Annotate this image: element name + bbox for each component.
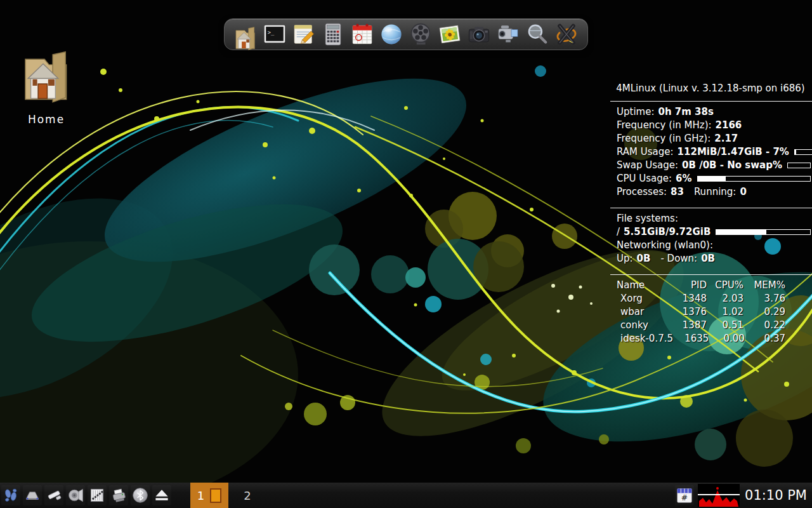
keyboard-layout-button[interactable]: # xyxy=(675,485,694,505)
printer-icon xyxy=(110,486,128,504)
audio-mixer-button[interactable] xyxy=(88,485,107,505)
conky-system-monitor: 4MLinux (Linux v. 3.12.18-smp on i686) U… xyxy=(610,81,812,345)
xorg-icon xyxy=(554,22,579,47)
dock-item-camera[interactable] xyxy=(466,21,492,48)
swap-usage-line: Swap Usage: 0B /0B - No swap% xyxy=(610,159,812,172)
workspace-label: 1 xyxy=(197,489,204,502)
calculator-icon xyxy=(320,22,346,47)
file-manager-icon xyxy=(232,22,259,56)
desktop-icon-label: Home xyxy=(11,113,81,126)
clock: 01:10 PM xyxy=(745,488,807,503)
conky-divider xyxy=(610,274,812,275)
workspace-2[interactable]: 2 xyxy=(228,483,266,508)
frequency-mhz-line: Frequency (in MHz): 2166 xyxy=(610,119,812,132)
cpu-graph[interactable] xyxy=(698,484,740,507)
filesystem-root-bar xyxy=(716,229,811,235)
networking-heading: Networking (wlan0): xyxy=(610,239,812,252)
dock-item-file-manager[interactable] xyxy=(232,21,259,48)
svg-text:>_: >_ xyxy=(268,29,275,36)
dock-item-calendar[interactable] xyxy=(349,21,376,48)
swap-usage-bar xyxy=(787,163,811,168)
dock-item-calculator[interactable] xyxy=(320,21,346,48)
dock-item-xorg[interactable] xyxy=(553,21,580,48)
bluetooth-icon xyxy=(131,486,149,504)
conky-divider xyxy=(610,101,812,102)
touchpad-icon xyxy=(23,486,41,504)
filesystem-root-line: / 5.51GiB/9.72GiB xyxy=(610,225,812,239)
audio-mixer-icon xyxy=(88,486,106,504)
filesystems-heading: File systems: xyxy=(610,212,812,225)
volume-button[interactable] xyxy=(66,485,85,505)
chalk-icon xyxy=(45,486,63,504)
process-row: Xorg 1348 2.03 3.76 xyxy=(610,292,812,305)
dock-item-terminal[interactable]: >_ xyxy=(261,21,288,48)
taskbar-tray-right: # 01:10 PM xyxy=(674,483,812,508)
frequency-ghz-line: Frequency (in GHz): 2.17 xyxy=(610,132,812,145)
bluetooth-button[interactable] xyxy=(131,485,150,505)
workspace-pager: 1 2 xyxy=(190,483,266,508)
process-table-header: Name PID CPU% MEM% xyxy=(610,279,812,292)
camcorder-icon xyxy=(495,22,521,47)
eject-icon xyxy=(153,486,171,504)
network-updown-line: Up: 0B - Down: 0B xyxy=(610,252,812,265)
taskbar: 1 2 # 01:10 PM xyxy=(0,483,812,508)
chalk-button[interactable] xyxy=(44,485,63,505)
pager-window xyxy=(210,488,221,503)
cpu-usage-line: CPU Usage: 6% xyxy=(610,172,812,185)
workspace-label: 2 xyxy=(244,489,251,502)
dock-item-text-editor[interactable] xyxy=(291,21,317,48)
eject-button[interactable] xyxy=(152,485,171,505)
home-folder-icon xyxy=(17,46,75,109)
cpu-usage-bar xyxy=(697,176,811,182)
conky-title: 4MLinux (Linux v. 3.12.18-smp on i686) xyxy=(610,81,812,95)
text-editor-icon xyxy=(291,22,317,47)
conky-divider xyxy=(610,208,812,208)
terminal-icon: >_ xyxy=(262,22,287,47)
search-icon xyxy=(525,22,550,47)
touchpad-button[interactable] xyxy=(23,485,42,505)
app-dock: >_ xyxy=(224,18,588,50)
processes-line: Processes: 83 Running: 0 xyxy=(610,185,812,199)
calendar-icon xyxy=(350,22,375,47)
uptime-line: Uptime: 0h 7m 38s xyxy=(610,105,812,119)
taskbar-tray-left xyxy=(0,483,173,508)
ram-usage-line: RAM Usage: 112MiB/1.47GiB - 7% xyxy=(610,145,812,159)
footprints-button[interactable] xyxy=(1,485,20,505)
process-row: idesk-0.7.5 1635 0.00 0.37 xyxy=(610,332,812,345)
process-row: wbar 1376 1.02 0.29 xyxy=(610,305,812,319)
dock-item-camcorder[interactable] xyxy=(495,21,521,48)
keyboard-layout-icon: # xyxy=(676,486,693,504)
image-viewer-icon xyxy=(437,22,462,47)
volume-icon xyxy=(67,486,84,504)
dock-item-search[interactable] xyxy=(524,21,551,48)
ram-usage-bar xyxy=(794,149,812,155)
camera-icon xyxy=(466,22,492,47)
footprints-icon xyxy=(2,486,20,504)
dock-item-image-viewer[interactable] xyxy=(436,21,463,48)
web-globe-icon xyxy=(379,22,404,47)
desktop: { "colors": { "taskbar_bg": "#141414", "… xyxy=(0,0,812,508)
dock-item-web[interactable] xyxy=(378,21,405,48)
process-row: conky 1387 0.51 0.22 xyxy=(610,319,812,332)
svg-text:#: # xyxy=(681,493,688,502)
dock-item-video-player[interactable] xyxy=(407,21,434,48)
workspace-1[interactable]: 1 xyxy=(190,483,228,508)
video-player-icon xyxy=(408,22,433,47)
desktop-icon-home[interactable]: Home xyxy=(11,46,81,126)
printer-button[interactable] xyxy=(109,485,128,505)
